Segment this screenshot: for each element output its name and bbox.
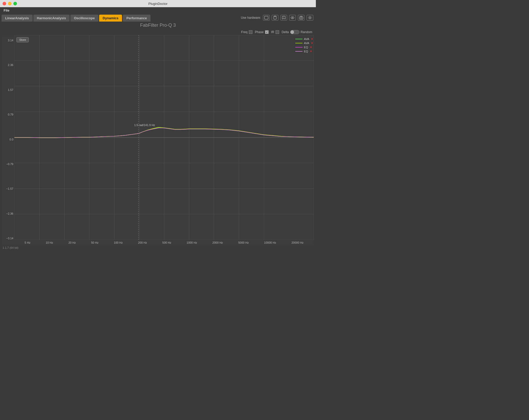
window-title: PluginDoctor [148, 2, 167, 6]
hardware-icon-camera[interactable] [298, 15, 305, 21]
hardware-icon-square[interactable] [263, 15, 270, 21]
legend-item-3: EQ ✕ [295, 45, 313, 49]
ir-label: IR [271, 30, 274, 34]
legend-close-2[interactable]: ✕ [311, 41, 313, 45]
ir-checkbox[interactable] [276, 30, 279, 34]
random-label: Random [301, 30, 312, 34]
svg-point-5 [292, 17, 293, 18]
legend-close-1[interactable]: ✕ [311, 37, 313, 41]
freq-checkbox[interactable] [249, 30, 252, 34]
y-label-3: 1.57 [2, 88, 13, 91]
content-area: FabFilter Pro-Q 3 Freq Phase ✓ IR Delta … [0, 22, 316, 250]
window-controls[interactable] [3, 2, 17, 5]
legend-line-2 [295, 43, 303, 43]
x-label-10: 5000 Hz [238, 241, 249, 244]
version-label: 1.1.7 (64 bit) [3, 246, 18, 249]
ir-option: IR [271, 30, 279, 34]
maximize-button[interactable] [13, 2, 17, 5]
legend-close-3[interactable]: ✕ [310, 45, 312, 49]
hardware-icon-book[interactable] [280, 15, 287, 21]
y-label-9: −3.14 [2, 237, 13, 240]
chart-area: 3.14 2.36 1.57 0.79 0.0 −0.79 −1.57 −2.3… [2, 35, 314, 245]
legend: AVA ✕ AVA ✕ EQ ✕ EQ ✕ [295, 37, 313, 53]
chart-svg[interactable] [14, 35, 314, 240]
x-label-8: 1000 Hz [187, 241, 197, 244]
menu-bar: File [0, 7, 316, 14]
legend-line-3 [295, 47, 303, 47]
x-label-7: 500 Hz [162, 241, 171, 244]
legend-label-3: EQ [304, 46, 308, 49]
delta-label: Delta [282, 30, 289, 34]
tab-oscilloscope[interactable]: Oscilloscope [70, 15, 98, 22]
legend-line-1 [295, 39, 303, 39]
freq-label: Freq [241, 30, 248, 34]
x-label-2: 10 Hz [46, 241, 53, 244]
y-label-5: 0.0 [2, 138, 13, 141]
close-button[interactable] [3, 2, 6, 5]
freq-option: Freq [241, 30, 252, 34]
y-label-2: 2.36 [2, 63, 13, 66]
svg-point-9 [309, 17, 311, 18]
hardware-icon-clipboard[interactable] [272, 15, 278, 21]
tab-bar: LinearAnalysis HarmonicAnalysis Oscillos… [0, 14, 316, 22]
legend-item-2: AVA ✕ [295, 41, 313, 45]
phase-label: Phase [255, 30, 264, 34]
svg-rect-0 [264, 16, 268, 19]
x-label-6: 200 Hz [138, 241, 147, 244]
y-label-7: −1.57 [2, 187, 13, 190]
x-label-4: 50 Hz [91, 241, 99, 244]
y-label-4: 0.79 [2, 113, 13, 116]
svg-point-7 [300, 17, 302, 19]
delta-toggle[interactable] [290, 30, 299, 34]
x-axis: 5 Hz 10 Hz 20 Hz 50 Hz 100 Hz 200 Hz 500… [14, 240, 314, 245]
y-label-6: −0.79 [2, 163, 13, 166]
options-row: Freq Phase ✓ IR Delta Random [0, 30, 316, 35]
tab-harmonic-analysis[interactable]: HarmonicAnalysis [33, 15, 70, 22]
use-hardware-label: Use hardware: [241, 16, 261, 20]
x-label-5: 100 Hz [114, 241, 123, 244]
plugin-title: FabFilter Pro-Q 3 [0, 22, 316, 30]
delta-toggle-knob [290, 30, 294, 34]
phase-option: Phase ✓ [255, 30, 269, 34]
bottom-bar: 1.1.7 (64 bit) [0, 245, 316, 250]
hardware-icon-eye[interactable] [289, 15, 296, 21]
legend-label-1: AVA [304, 37, 309, 41]
minimize-button[interactable] [8, 2, 12, 5]
x-label-1: 5 Hz [25, 241, 31, 244]
file-menu[interactable]: File [2, 8, 11, 13]
chart-container[interactable]: Store AVA ✕ AVA ✕ EQ ✕ [14, 35, 314, 245]
tab-linear-analysis[interactable]: LinearAnalysis [2, 15, 33, 22]
legend-close-4[interactable]: ✕ [310, 50, 312, 53]
x-label-9: 2000 Hz [212, 241, 223, 244]
phase-checkbox[interactable]: ✓ [265, 30, 269, 34]
x-label-12: 20000 Hz [291, 241, 304, 244]
legend-line-4 [295, 51, 303, 52]
legend-label-4: EQ [304, 50, 308, 53]
tab-performance[interactable]: Performance [123, 15, 150, 22]
legend-item-1: AVA ✕ [295, 37, 313, 41]
legend-label-2: AVA [304, 42, 309, 45]
store-button[interactable]: Store [16, 37, 29, 42]
delta-option: Delta Random [282, 30, 312, 34]
legend-item-4: EQ ✕ [295, 50, 313, 53]
tab-dynamics[interactable]: Dynamics [99, 15, 122, 22]
hardware-icon-settings[interactable] [307, 15, 313, 21]
x-label-3: 20 Hz [68, 241, 76, 244]
title-bar: PluginDoctor [0, 0, 316, 7]
y-label-8: −2.36 [2, 212, 13, 215]
y-axis: 3.14 2.36 1.57 0.79 0.0 −0.79 −1.57 −2.3… [2, 35, 14, 245]
y-label-1: 3.14 [2, 39, 13, 42]
x-label-11: 10000 Hz [264, 241, 276, 244]
